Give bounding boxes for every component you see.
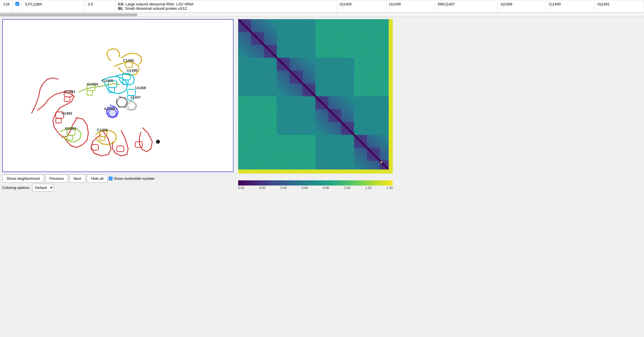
colorbar-label-0: 0.00 — [238, 186, 244, 190]
colorbar-label-5: 1.00 — [344, 186, 350, 190]
colorbar-labels: 0.00 0.20 0.40 0.60 0.80 1.00 1.20 1.40 — [238, 186, 393, 190]
controls-row: Show neighborhood Previous Next Hide all… — [2, 174, 234, 183]
show-nucleotide-checkbox[interactable] — [109, 177, 112, 180]
colorbar-label-6: 1.20 — [365, 186, 371, 190]
bl-description: BL: Small ribosomal subunit protein uS12 — [118, 6, 334, 11]
svg-text:U1406: U1406 — [135, 86, 146, 90]
hide-all-button[interactable]: Hide all — [87, 174, 108, 183]
molecule-viewer[interactable]: C1496 U1495 G1405 U1406 c1407 G1494 A140… — [2, 19, 234, 172]
right-panel: 0.00 0.20 0.40 0.60 0.80 1.00 1.20 1.40 — [236, 18, 644, 193]
show-neighborhood-button[interactable]: Show neighborhood — [2, 174, 44, 183]
colorbar-label-2: 0.40 — [280, 186, 287, 190]
horizontal-scrollbar[interactable] — [0, 13, 644, 17]
svg-text:C1496: C1496 — [123, 58, 134, 63]
show-nucleotide-text: Show nucleotide number — [114, 176, 155, 181]
show-nucleotide-label: Show nucleotide number — [109, 176, 155, 181]
row-checkbox-cell[interactable] — [12, 0, 22, 13]
svg-rect-0 — [3, 20, 233, 172]
row-checkbox[interactable] — [15, 2, 19, 6]
colorbar-label-1: 0.20 — [259, 186, 265, 190]
svg-text:G1491: G1491 — [65, 126, 76, 131]
col3-cell: 5MC|1407 — [435, 0, 497, 13]
main-content: C1496 U1495 G1405 U1406 c1407 G1494 A140… — [0, 17, 644, 193]
colorbar-label-4: 0.80 — [323, 186, 329, 190]
heatmap-container — [238, 19, 398, 179]
row-number: 118 — [0, 0, 13, 13]
svg-point-25 — [156, 140, 160, 144]
resolution-cell: 3.0 — [85, 0, 115, 13]
molecule-svg: C1496 U1495 G1405 U1406 c1407 G1494 A140… — [3, 20, 233, 172]
svg-text:A1492: A1492 — [61, 111, 72, 115]
coloring-label: Coloring options: — [2, 186, 30, 190]
svg-text:G1405: G1405 — [102, 79, 113, 83]
svg-text:c1407: c1407 — [131, 95, 141, 99]
left-panel: C1496 U1495 G1405 U1406 c1407 G1494 A140… — [0, 18, 236, 193]
col5-cell: C|1409 — [546, 0, 594, 13]
next-button[interactable]: Next — [69, 174, 86, 183]
svg-text:G1494: G1494 — [87, 82, 98, 86]
colorbar-container: 0.00 0.20 0.40 0.60 0.80 1.00 1.20 1.40 — [238, 180, 393, 190]
col4-cell: A|1408 — [497, 0, 546, 13]
ca-description: CA: Large subunit ribosomal RNA; LSU rRN… — [118, 2, 334, 6]
colorbar-label-7: 1.40 — [387, 186, 393, 190]
svg-text:A1408: A1408 — [104, 107, 115, 111]
colorbar-label-3: 0.60 — [302, 186, 308, 190]
col6-cell: G|1491 — [594, 0, 644, 13]
colorbar-canvas — [238, 180, 393, 186]
description-cell: CA: Large subunit ribosomal RNA; LSU rRN… — [115, 0, 337, 13]
data-table: 118 5J7L|1|BA 3.0 CA: Large subunit ribo… — [0, 0, 644, 13]
previous-button[interactable]: Previous — [45, 174, 68, 183]
col2-cell: U|1406 — [386, 0, 434, 13]
heatmap-canvas — [238, 19, 393, 174]
coloring-row: Coloring options: Default — [2, 184, 234, 192]
table-row: 118 5J7L|1|BA 3.0 CA: Large subunit ribo… — [0, 0, 644, 13]
scroll-thumb[interactable] — [0, 13, 137, 16]
coloring-select[interactable]: Default — [32, 184, 54, 192]
pdb-id-cell: 5J7L|1|BA — [22, 0, 85, 13]
svg-text:U1495: U1495 — [127, 68, 138, 73]
svg-text:C1409: C1409 — [97, 128, 108, 132]
col1-cell: G|1405 — [337, 0, 386, 13]
svg-text:A1493: A1493 — [64, 89, 75, 94]
